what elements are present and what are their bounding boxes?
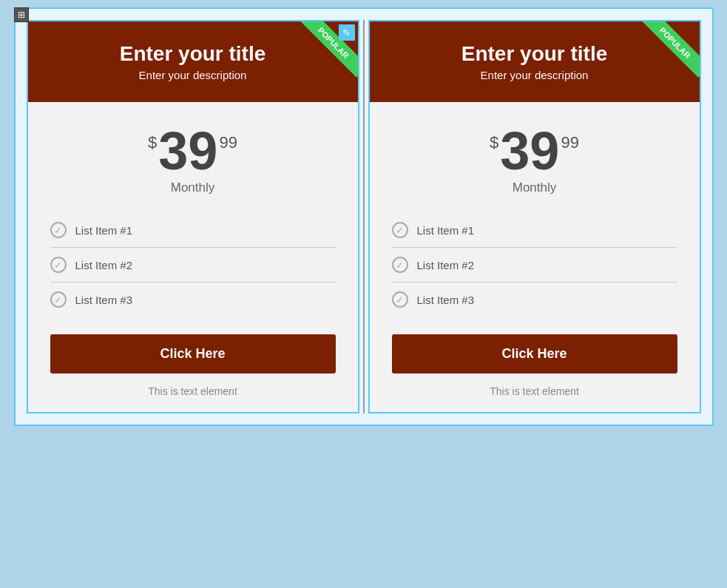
price-cents-2: 99 [561,133,578,152]
card-body-1: $ 39 99 Monthly ✓ List Item #1 ✓ List It… [28,102,358,412]
check-icon-2-3: ✓ [392,291,408,308]
feature-label-2-2: List Item #2 [417,259,475,271]
footer-text-1: This is text element [50,385,336,397]
footer-text-2: This is text element [392,385,677,397]
popular-badge-2: POPULAR [633,21,700,88]
feature-label-1-3: List Item #3 [75,294,133,306]
cta-button-1[interactable]: Click Here [50,334,336,374]
price-period-1: Monthly [50,180,336,195]
list-item: ✓ List Item #2 [50,248,336,283]
price-main-1: 39 [158,124,217,178]
feature-label-2-3: List Item #3 [417,294,475,306]
list-item: ✓ List Item #2 [392,248,677,283]
check-icon-2-1: ✓ [392,222,408,238]
feature-label-1-1: List Item #1 [75,224,133,237]
feature-label-1-2: List Item #2 [75,259,133,271]
price-area-1: $ 39 99 [50,124,336,178]
popular-badge-label-2: POPULAR [640,21,699,78]
price-area-2: $ 39 99 [392,124,677,178]
check-icon-1-1: ✓ [50,222,67,238]
cta-button-2[interactable]: Click Here [392,334,677,374]
price-dollar-2: $ [490,133,498,152]
price-cents-1: 99 [219,133,237,152]
grid-icon: ⊞ [18,10,25,20]
card-header-2: Enter your title Enter your description … [370,21,700,102]
price-main-2: 39 [500,124,559,178]
price-dollar-1: $ [148,133,157,152]
pencil-icon-1: ✎ [342,27,351,38]
pricing-table-wrapper: ⊞ Enter your title Enter your descriptio… [14,7,714,426]
feature-label-2-1: List Item #1 [417,224,475,237]
list-item: ✓ List Item #1 [392,213,677,248]
edit-pencil-button-1[interactable]: ✎ [339,24,355,41]
card-header-1: Enter your title Enter your description … [28,21,358,102]
check-icon-1-3: ✓ [50,291,67,308]
features-list-1: ✓ List Item #1 ✓ List Item #2 ✓ List Ite… [50,213,336,317]
pricing-card-2: Enter your title Enter your description … [368,20,701,413]
card-body-2: $ 39 99 Monthly ✓ List Item #1 ✓ List It… [370,102,700,412]
card-divider [363,20,365,413]
features-list-2: ✓ List Item #1 ✓ List Item #2 ✓ List Ite… [392,213,677,317]
list-item: ✓ List Item #3 [50,283,336,317]
edit-toolbar[interactable]: ⊞ [14,7,29,22]
check-icon-1-2: ✓ [50,257,67,273]
check-icon-2-2: ✓ [392,257,408,273]
pricing-card-1: Enter your title Enter your description … [27,20,359,413]
list-item: ✓ List Item #1 [50,213,336,248]
price-period-2: Monthly [392,180,677,195]
list-item: ✓ List Item #3 [392,283,677,317]
